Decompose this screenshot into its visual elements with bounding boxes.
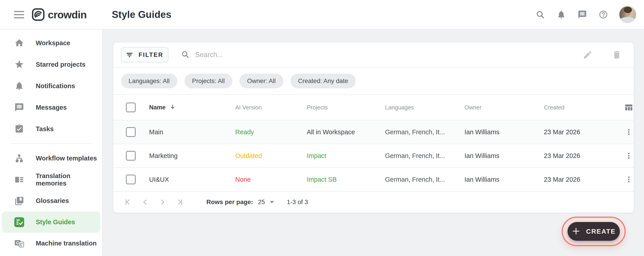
sidebar-item-label: Machine translation	[36, 240, 96, 247]
tasks-icon	[14, 124, 24, 134]
sort-desc-icon	[170, 104, 176, 111]
filter-button[interactable]: FILTER	[121, 47, 168, 62]
filter-chips-row: Languages: All Projects: All Owner: All …	[113, 68, 634, 95]
search-icon[interactable]	[535, 9, 546, 20]
search-icon	[181, 50, 190, 60]
home-icon	[14, 38, 24, 48]
toolbar-actions	[582, 50, 622, 60]
sidebar: Workspace Starred projects Notifications…	[0, 30, 103, 256]
cell-created: 23 Mar 2026	[544, 128, 624, 136]
table-row[interactable]: Marketing Outdated Impact German, French…	[113, 144, 634, 168]
column-header-ai-version: AI Version	[235, 104, 307, 111]
row-checkbox[interactable]	[126, 127, 136, 137]
chip-projects[interactable]: Projects: All	[184, 74, 232, 88]
column-header-projects: Projects	[307, 104, 385, 111]
plus-icon	[572, 227, 580, 236]
column-header-languages: Languages	[385, 104, 464, 111]
sidebar-item-label: Workspace	[36, 39, 70, 47]
kebab-menu-icon[interactable]	[624, 152, 634, 160]
column-header-owner: Owner	[464, 104, 544, 111]
main-content: FILTER La	[103, 30, 644, 256]
sidebar-item-starred-projects[interactable]: Starred projects	[0, 54, 102, 75]
rows-per-page-select[interactable]: 25	[258, 198, 274, 206]
column-header-name[interactable]: Name	[149, 104, 235, 111]
sidebar-item-translation-memories[interactable]: Translation memories	[0, 169, 102, 190]
sidebar-item-label: Workflow templates	[36, 155, 97, 162]
sidebar-item-machine-translation[interactable]: G Machine translation	[0, 233, 102, 254]
create-button-label: CREATE	[586, 228, 616, 235]
crowdin-logo-icon	[32, 8, 45, 21]
last-page-icon[interactable]	[175, 197, 185, 207]
cell-projects-link[interactable]: Impact	[307, 152, 385, 160]
notifications-icon[interactable]	[556, 9, 567, 20]
rows-per-page-label: Rows per page:	[206, 198, 253, 206]
bell-icon	[14, 81, 24, 91]
chip-created[interactable]: Created: Any date	[290, 74, 356, 88]
columns-icon[interactable]	[624, 103, 634, 112]
help-icon[interactable]	[598, 9, 609, 20]
sidebar-item-tasks[interactable]: Tasks	[0, 118, 102, 140]
cell-ai-version: None	[235, 176, 307, 183]
cell-owner: Ian Williams	[464, 128, 544, 136]
search-input[interactable]	[195, 51, 396, 59]
sidebar-item-workspace[interactable]: Workspace	[0, 32, 102, 54]
create-button-highlight-ring: CREATE	[562, 217, 626, 246]
table-row[interactable]: Main Ready All in Workspace German, Fren…	[113, 120, 634, 144]
table-header: Name AI Version Projects Languages Owner…	[113, 95, 634, 120]
cell-owner: Ian Williams	[464, 152, 544, 160]
delete-icon[interactable]	[611, 50, 622, 60]
cell-ai-version: Ready	[235, 128, 307, 136]
sidebar-item-style-guides[interactable]: Style Guides	[2, 211, 100, 233]
edit-icon[interactable]	[582, 50, 593, 60]
cell-ai-version: Outdated	[235, 152, 307, 160]
table-toolbar: FILTER	[113, 43, 634, 68]
cell-projects-link[interactable]: Impact SB	[307, 176, 385, 183]
chip-owner[interactable]: Owner: All	[240, 74, 283, 88]
row-checkbox[interactable]	[126, 175, 136, 184]
column-header-created: Created	[544, 104, 624, 111]
sidebar-item-label: Messages	[36, 104, 67, 111]
cell-owner: Ian Williams	[464, 176, 544, 183]
sidebar-item-messages[interactable]: Messages	[0, 97, 102, 118]
kebab-menu-icon[interactable]	[624, 176, 634, 183]
sidebar-item-workflow-templates[interactable]: Workflow templates	[0, 148, 102, 169]
sidebar-item-label: Style Guides	[36, 218, 75, 226]
menu-icon[interactable]	[14, 9, 25, 20]
next-page-icon[interactable]	[157, 197, 168, 207]
cell-projects: All in Workspace	[307, 128, 385, 136]
style-guides-card: FILTER La	[113, 43, 634, 213]
cell-name: UI&UX	[149, 176, 235, 183]
dropdown-arrow-icon	[270, 201, 274, 203]
select-all-checkbox[interactable]	[126, 103, 136, 112]
glossary-icon	[14, 196, 24, 206]
avatar[interactable]	[619, 6, 636, 23]
cell-created: 23 Mar 2026	[544, 176, 624, 183]
translation-memory-icon	[14, 175, 24, 185]
crowdin-logo[interactable]: crowdin	[32, 0, 86, 29]
message-icon	[14, 103, 24, 112]
cell-languages: German, French, It...	[385, 152, 464, 160]
table-row[interactable]: UI&UX None Impact SB German, French, It.…	[113, 168, 634, 191]
sidebar-divider	[11, 143, 92, 144]
filter-button-label: FILTER	[139, 52, 163, 58]
messages-icon[interactable]	[577, 9, 588, 20]
create-button[interactable]: CREATE	[568, 222, 620, 241]
cell-languages: German, French, It...	[385, 128, 464, 136]
star-icon	[14, 60, 24, 69]
search-box	[181, 50, 582, 60]
machine-translation-icon: G	[14, 238, 24, 248]
page-title: Style Guides	[112, 0, 172, 29]
sidebar-item-label: Notifications	[36, 82, 75, 90]
cell-languages: German, French, It...	[385, 176, 464, 183]
sidebar-item-glossaries[interactable]: Glossaries	[0, 190, 102, 211]
first-page-icon[interactable]	[122, 197, 133, 207]
chip-languages[interactable]: Languages: All	[121, 74, 177, 88]
row-checkbox[interactable]	[126, 151, 136, 161]
sidebar-item-label: Tasks	[36, 125, 54, 133]
sidebar-item-notifications[interactable]: Notifications	[0, 75, 102, 97]
top-bar: crowdin Style Guides	[0, 0, 644, 30]
topbar-actions	[535, 0, 636, 29]
brand-name: crowdin	[48, 9, 86, 21]
kebab-menu-icon[interactable]	[624, 128, 634, 136]
prev-page-icon[interactable]	[140, 197, 150, 207]
